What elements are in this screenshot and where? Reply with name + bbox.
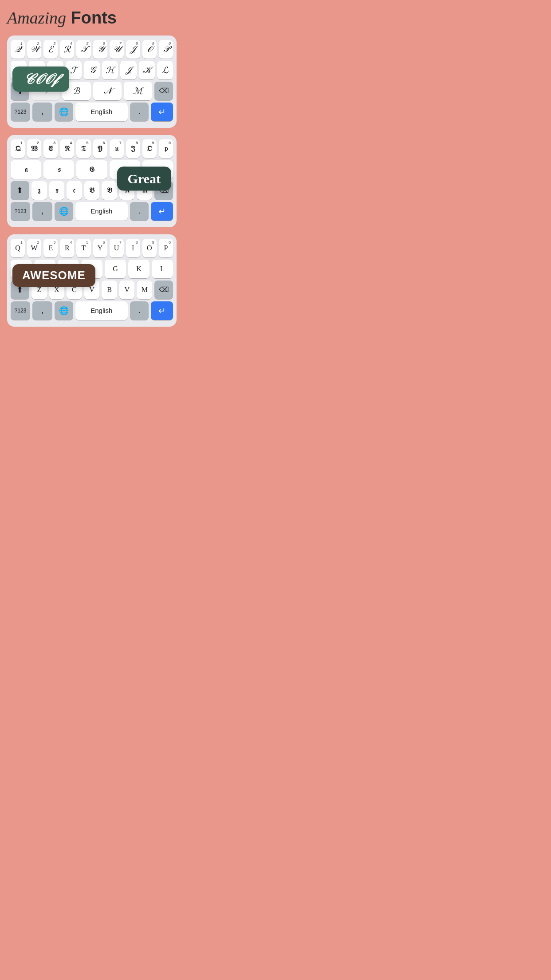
key-o2[interactable]: 9𝔒 [142, 139, 157, 158]
title-script: Amazing [7, 8, 66, 27]
return-key-2[interactable]: ↵ [151, 202, 173, 221]
numbers-key-2[interactable]: ?123 [11, 202, 30, 221]
keyboard-2-row2: 𝔞 𝔰 𝔊 𝔉 𝔥 Great [11, 160, 173, 179]
numbers-key-1[interactable]: ?123 [11, 103, 30, 121]
key-t2[interactable]: 5𝔗 [76, 139, 91, 158]
key-o1[interactable]: 9𝒪 [142, 40, 157, 59]
key-y1[interactable]: 6𝒴 [93, 40, 107, 59]
key-r3[interactable]: 4R [60, 239, 74, 257]
key-y3[interactable]: 6Y [93, 239, 107, 257]
globe-key-2[interactable]: 🌐 [55, 202, 73, 221]
key-x2[interactable]: 𝔵 [49, 181, 65, 200]
key-y2[interactable]: 6𝔜 [93, 139, 107, 158]
globe-key-1[interactable]: 🌐 [55, 103, 73, 121]
key-i1[interactable]: 8𝒥 [126, 40, 140, 59]
key-p1[interactable]: 0𝒫 [159, 40, 173, 59]
key-i2[interactable]: 8𝔍 [126, 139, 140, 158]
period-key-1[interactable]: . [130, 103, 149, 121]
key-r2[interactable]: 4𝔑 [60, 139, 74, 158]
key-m3[interactable]: M [137, 281, 152, 299]
badge-cool: 𝒞𝒪𝒪𝒻 [12, 67, 69, 92]
badge-great: Great [117, 166, 171, 190]
key-j1[interactable]: 𝒥 [120, 61, 136, 79]
key-t3[interactable]: 5T [76, 239, 91, 257]
key-w2[interactable]: 2𝔚 [27, 139, 41, 158]
badge-awesome: AWESOME [12, 264, 95, 287]
backspace-key-3[interactable]: ⌫ [154, 281, 173, 299]
key-b2[interactable]: 𝔅 [84, 181, 100, 200]
space-key-3[interactable]: English [75, 301, 128, 320]
key-z2[interactable]: 𝔷 [31, 181, 47, 200]
key-m1[interactable]: ℳ [124, 82, 152, 100]
title-bold: Fonts [71, 8, 117, 27]
key-e3[interactable]: 3E [43, 239, 58, 257]
shift-key-2[interactable]: ⬆ [11, 181, 29, 200]
key-b3[interactable]: B [102, 281, 117, 299]
globe-key-3[interactable]: 🌐 [55, 301, 73, 320]
key-a2[interactable]: 𝔞 [11, 160, 41, 179]
key-q2[interactable]: 1𝔔 [11, 139, 25, 158]
key-w1[interactable]: 2𝒲 [27, 40, 41, 59]
key-p2[interactable]: 0𝔭 [159, 139, 173, 158]
keyboard-2-row1: 1𝔔 2𝔚 3𝔈 4𝔑 5𝔗 6𝔜 7𝔲 8𝔍 9𝔒 0𝔭 [11, 139, 173, 158]
return-key-3[interactable]: ↵ [151, 301, 173, 320]
period-key-3[interactable]: . [130, 301, 149, 320]
key-h1[interactable]: ℋ [102, 61, 118, 79]
comma-key-2[interactable]: , [32, 202, 52, 221]
comma-key-3[interactable]: , [32, 301, 52, 320]
keyboard-1: 1𝒬 2𝒲 3ℰ 4ℛ 5𝒯 6𝒴 7𝒰 8𝒥 9𝒪 0𝒫 𝒜 𝒮 𝒟 ℱ 𝒢 … [7, 36, 177, 128]
backspace-key-1[interactable]: ⌫ [154, 82, 173, 100]
period-key-2[interactable]: . [130, 202, 149, 221]
key-i3[interactable]: 8I [126, 239, 140, 257]
key-c2[interactable]: 𝔠 [67, 181, 82, 200]
key-t1[interactable]: 5𝒯 [76, 40, 91, 59]
key-r1[interactable]: 4ℛ [60, 40, 74, 59]
space-key-1[interactable]: English [75, 103, 128, 121]
page-title: Amazing Fonts [7, 9, 177, 28]
keyboard-1-bottom: ?123 , 🌐 English . ↵ [11, 103, 173, 121]
key-n3[interactable]: V [119, 281, 135, 299]
space-key-2[interactable]: English [75, 202, 128, 221]
return-key-1[interactable]: ↵ [151, 103, 173, 121]
key-d2[interactable]: 𝔊 [76, 160, 107, 179]
key-q1[interactable]: 1𝒬 [11, 40, 25, 59]
key-g1[interactable]: 𝒢 [84, 61, 100, 79]
key-p3[interactable]: 0P [159, 239, 173, 257]
key-u2[interactable]: 7𝔲 [110, 139, 124, 158]
key-g3[interactable]: G [105, 260, 126, 278]
key-w3[interactable]: 2W [27, 239, 41, 257]
key-o3[interactable]: 9O [142, 239, 157, 257]
key-s2[interactable]: 𝔰 [43, 160, 74, 179]
keyboard-1-row1: 1𝒬 2𝒲 3ℰ 4ℛ 5𝒯 6𝒴 7𝒰 8𝒥 9𝒪 0𝒫 [11, 40, 173, 59]
key-e2[interactable]: 3𝔈 [43, 139, 58, 158]
numbers-key-3[interactable]: ?123 [11, 301, 30, 320]
key-e1[interactable]: 3ℰ [43, 40, 58, 59]
key-l3[interactable]: L [152, 260, 173, 278]
key-u3[interactable]: 7U [110, 239, 124, 257]
comma-key-1[interactable]: , [32, 103, 52, 121]
keyboard-2: 1𝔔 2𝔚 3𝔈 4𝔑 5𝔗 6𝔜 7𝔲 8𝔍 9𝔒 0𝔭 𝔞 𝔰 𝔊 𝔉 𝔥 … [7, 135, 177, 227]
key-m2a[interactable]: 𝔅 [102, 181, 117, 200]
key-k1[interactable]: 𝒦 [139, 61, 155, 79]
key-l1[interactable]: ℒ [157, 61, 173, 79]
key-n1[interactable]: 𝒩 [93, 82, 122, 100]
keyboard-3: 1Q 2W 3E 4R 5T 6Y 7U 8I 9O 0P A S D F G … [7, 234, 177, 327]
key-u1[interactable]: 7𝒰 [110, 40, 124, 59]
keyboard-3-row1: 1Q 2W 3E 4R 5T 6Y 7U 8I 9O 0P [11, 239, 173, 257]
keyboard-2-bottom: ?123 , 🌐 English . ↵ [11, 202, 173, 221]
key-q3[interactable]: 1Q [11, 239, 25, 257]
key-k3[interactable]: K [128, 260, 150, 278]
keyboard-3-bottom: ?123 , 🌐 English . ↵ [11, 301, 173, 320]
